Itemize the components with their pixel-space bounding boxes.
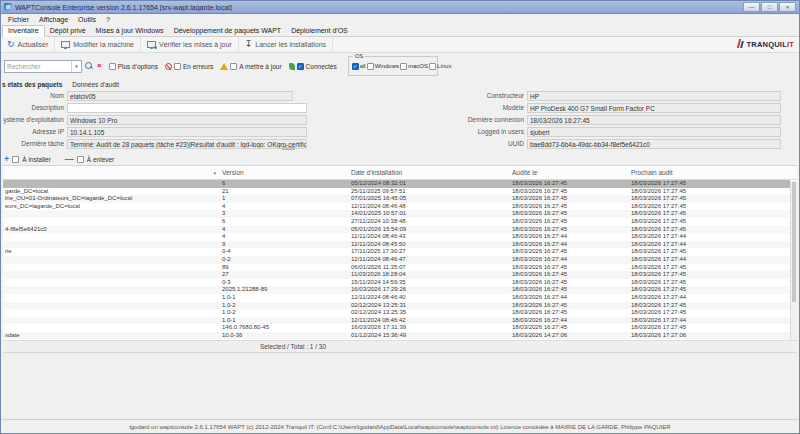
derniere-tache-field[interactable]: Terminé: Audit de 28 paquets (tâche #23)…	[67, 139, 307, 149]
table-row[interactable]: 1.0-112/11/2024 08:46:4218/03/2026 16:27…	[3, 317, 790, 325]
more-options-checkbox[interactable]	[109, 63, 116, 70]
table-row[interactable]: 605/12/2024 08:32:0118/03/2026 16:27:451…	[3, 180, 790, 188]
adresse-ip-label: Adresse IP	[32, 128, 64, 136]
empty-panel	[1, 353, 799, 419]
os-macos-filter[interactable]: macOS	[400, 63, 428, 70]
table-row[interactable]: 0-315/11/2024 14:59:3518/03/2026 16:27:4…	[3, 279, 790, 287]
uuid-field[interactable]: bae8dd73-6b4a-49dc-bb34-f8ef5e6421c0	[527, 139, 781, 149]
menu-outils[interactable]: Outils	[73, 16, 101, 23]
table-row[interactable]: 1.0-202/12/2024 13:25:3118/03/2026 16:27…	[3, 302, 790, 310]
nom-label: Nom	[50, 92, 64, 100]
column-header-date-installation[interactable]: Date d'installation	[348, 169, 509, 176]
modele-field[interactable]: HP ProDesk 400 G7 Small Form Factor PC	[527, 103, 781, 113]
table-cell: 18/03/2026 17:27:45	[628, 180, 779, 188]
edit-machine-button[interactable]: Modifier la machine	[55, 37, 141, 52]
table-cell: 18/03/2026 16:27:45	[509, 279, 628, 287]
table-row[interactable]: 912/11/2024 08:45:5018/03/2026 16:27:441…	[3, 241, 790, 249]
search-input[interactable]: Rechercher ▾	[4, 60, 82, 73]
derniere-connexion-field[interactable]: 18/03/2026 16:27:45	[527, 115, 781, 125]
needs-update-checkbox[interactable]	[230, 63, 237, 70]
table-row[interactable]: 412/11/2024 08:46:4318/03/2026 16:27:441…	[3, 233, 790, 241]
column-header-version[interactable]: Version	[219, 169, 348, 176]
table-cell: 18/03/2026 17:27:45	[628, 302, 779, 310]
column-header-audite-le[interactable]: Audité le	[509, 169, 628, 176]
menu-fichier[interactable]: Fichier	[3, 16, 34, 23]
table-row[interactable]: 1.0-112/11/2024 08:46:4018/03/2026 16:27…	[3, 294, 790, 302]
table-row[interactable]: 2025.1.21288-8916/03/2026 17:29:2618/03/…	[3, 286, 790, 294]
errors-checkbox[interactable]	[174, 63, 181, 70]
filter-bar: Rechercher ▾ × Plus d'options En erreurs…	[1, 53, 799, 79]
os-windows-checkbox[interactable]	[367, 63, 374, 70]
clear-search-icon[interactable]: ×	[97, 62, 102, 70]
logo-text-accent: IT	[787, 40, 794, 49]
menu-bar: Fichier Affichage Outils ?	[1, 14, 799, 25]
table-row[interactable]: xdate10.0-3601/12/2024 15:36:4918/03/202…	[3, 332, 790, 340]
tab-deploiement-os[interactable]: Déploiement d'OS	[286, 26, 353, 36]
logged-in-users-field[interactable]: sjubert	[527, 127, 781, 137]
table-row[interactable]: 4-f8ef5e6421c0405/01/2026 15:54:0918/03/…	[3, 226, 790, 234]
field-scrollbar[interactable]	[282, 147, 295, 150]
check-updates-button[interactable]: Vérifier les mises à jour	[141, 37, 239, 52]
table-scrollbar[interactable]	[790, 181, 797, 340]
package-table: ▾ Version Date d'installation Audité le …	[3, 165, 797, 353]
table-row[interactable]: 627/11/2024 10:38:4818/03/2026 16:27:451…	[3, 218, 790, 226]
tab-mises-a-jour-windows[interactable]: Mises à jour Windows	[91, 26, 169, 36]
menu-affichage[interactable]: Affichage	[34, 16, 73, 23]
table-row[interactable]: garde_DC=local2125/11/2025 09:57:5118/03…	[3, 188, 790, 196]
os-all-filter[interactable]: all	[352, 63, 366, 70]
table-row[interactable]: 146.0.7680.80-4516/03/2026 17:31:3918/03…	[3, 324, 790, 332]
refresh-button[interactable]: ↻ Actualiser	[1, 37, 55, 52]
table-row[interactable]: rie0-417/11/2025 17:30:2718/03/2026 16:2…	[3, 248, 790, 256]
table-row[interactable]: 8906/01/2026 11:35:0718/03/2026 16:27:45…	[3, 264, 790, 272]
tab-etats-des-paquets[interactable]: s états des paquets	[1, 81, 67, 89]
os-macos-checkbox[interactable]	[400, 63, 407, 70]
close-button[interactable]: ×	[779, 2, 796, 12]
menu-help[interactable]: ?	[101, 16, 115, 23]
os-linux-filter[interactable]: Linux	[429, 63, 451, 70]
connected-filter[interactable]: Connectés	[289, 63, 337, 70]
table-row[interactable]: 2711/03/2026 18:28:0418/03/2026 16:27:45…	[3, 271, 790, 279]
needs-update-filter[interactable]: A mettre à jour	[220, 63, 281, 70]
chevron-down-icon[interactable]: ▾	[71, 61, 81, 72]
table-row[interactable]: 1.0-202/12/2024 13:25:3518/03/2026 16:27…	[3, 309, 790, 317]
logged-in-users-label: Logged in users	[478, 128, 524, 136]
description-field[interactable]	[67, 103, 307, 113]
table-row[interactable]: 0-212/11/2024 08:46:4718/03/2026 16:27:4…	[3, 256, 790, 264]
os-field[interactable]: Windows 10 Pro	[67, 115, 307, 125]
tab-depot-prive[interactable]: Dépôt privé	[45, 26, 91, 36]
table-cell: 25/11/2025 09:57:51	[348, 188, 509, 196]
remove-filter-checkbox[interactable]	[77, 156, 84, 163]
maximize-button[interactable]: □	[761, 2, 778, 12]
adresse-ip-field[interactable]: 10.14.1.105	[67, 127, 307, 137]
os-filter-group: OS all Windows macOS Linux	[348, 56, 438, 76]
column-header-paquet[interactable]: ▾	[3, 170, 219, 176]
os-all-checkbox[interactable]	[352, 63, 359, 70]
constructeur-field[interactable]: HP	[527, 91, 781, 101]
table-row[interactable]: 314/01/2025 10:57:0118/03/2026 16:27:451…	[3, 210, 790, 218]
table-scrollbar-thumb[interactable]	[792, 182, 796, 302]
os-windows-filter[interactable]: Windows	[367, 63, 399, 70]
launch-installs-button[interactable]: ↧ Lancer les installations	[239, 37, 333, 52]
description-label: Description	[31, 104, 64, 112]
minimize-button[interactable]: —	[743, 2, 760, 12]
table-cell	[3, 324, 219, 332]
nom-field[interactable]: elatciv05	[67, 91, 293, 101]
errors-filter[interactable]: En erreurs	[165, 63, 213, 70]
search-icon[interactable]	[85, 62, 94, 71]
table-cell: 18/03/2026 16:27:44	[509, 233, 628, 241]
tab-developpement-paquets[interactable]: Développement de paquets WAPT	[169, 26, 287, 36]
tab-inventaire[interactable]: Inventaire	[2, 25, 45, 37]
machine-detail-form: Nomelatciv05 Description Système d'explo…	[1, 89, 799, 153]
table-cell: 02/12/2024 13:25:31	[348, 302, 509, 310]
connected-checkbox[interactable]	[297, 63, 304, 70]
tab-donnees-audit[interactable]: Données d'audit	[67, 81, 124, 89]
more-options-filter[interactable]: Plus d'options	[109, 63, 158, 70]
column-header-prochain-audit[interactable]: Prochain audit	[628, 169, 779, 176]
table-row[interactable]: irie_OU=01-Ordinateurs_DC=lagarde_DC=loc…	[3, 195, 790, 203]
table-cell	[3, 233, 219, 241]
table-cell: 18/03/2026 16:27:44	[509, 317, 628, 325]
install-filter-checkbox[interactable]	[12, 156, 19, 163]
os-linux-checkbox[interactable]	[429, 63, 436, 70]
table-cell: 18/03/2026 16:27:45	[509, 210, 628, 218]
table-row[interactable]: eurs_DC=lagarde_DC=local412/11/2024 08:4…	[3, 203, 790, 211]
